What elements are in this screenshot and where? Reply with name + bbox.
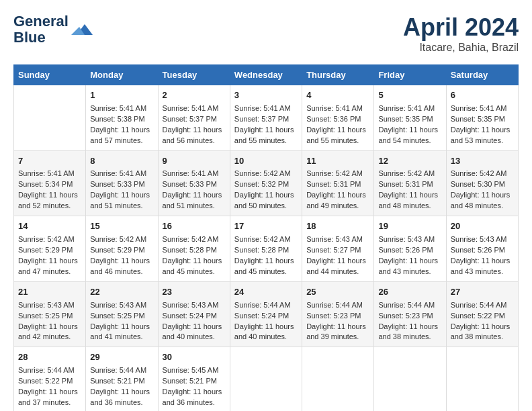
sunrise-text: Sunrise: 5:44 AM bbox=[234, 300, 298, 311]
daylight-text: Daylight: 11 hours and 54 minutes. bbox=[378, 125, 441, 146]
day-number: 15 bbox=[90, 220, 153, 233]
sunset-text: Sunset: 5:37 PM bbox=[234, 114, 298, 125]
sunset-text: Sunset: 5:33 PM bbox=[90, 179, 153, 190]
daylight-text: Daylight: 11 hours and 38 minutes. bbox=[378, 322, 441, 343]
title-section: April 2024 Itacare, Bahia, Brazil bbox=[403, 13, 519, 54]
column-header-tuesday: Tuesday bbox=[158, 65, 230, 85]
sunset-text: Sunset: 5:24 PM bbox=[234, 311, 298, 322]
calendar-cell: 28Sunrise: 5:44 AMSunset: 5:22 PMDayligh… bbox=[14, 347, 86, 411]
day-number: 9 bbox=[163, 155, 226, 168]
day-number: 6 bbox=[451, 89, 514, 102]
sunrise-text: Sunrise: 5:44 AM bbox=[306, 300, 369, 311]
calendar-cell: 6Sunrise: 5:41 AMSunset: 5:35 PMDaylight… bbox=[446, 85, 518, 151]
sunrise-text: Sunrise: 5:41 AM bbox=[378, 103, 441, 114]
sunrise-text: Sunrise: 5:43 AM bbox=[163, 300, 226, 311]
sunset-text: Sunset: 5:25 PM bbox=[90, 311, 153, 322]
calendar-week-2: 14Sunrise: 5:42 AMSunset: 5:29 PMDayligh… bbox=[14, 216, 519, 282]
day-number: 12 bbox=[378, 155, 441, 168]
column-header-thursday: Thursday bbox=[302, 65, 374, 85]
calendar-cell: 16Sunrise: 5:42 AMSunset: 5:28 PMDayligh… bbox=[158, 216, 230, 282]
daylight-text: Daylight: 11 hours and 49 minutes. bbox=[306, 190, 369, 212]
sunrise-text: Sunrise: 5:41 AM bbox=[163, 169, 226, 179]
sunrise-text: Sunrise: 5:41 AM bbox=[90, 169, 153, 179]
calendar-table: SundayMondayTuesdayWednesdayThursdayFrid… bbox=[13, 64, 519, 411]
calendar-header-row: SundayMondayTuesdayWednesdayThursdayFrid… bbox=[14, 65, 519, 85]
sunrise-text: Sunrise: 5:42 AM bbox=[234, 234, 298, 245]
calendar-week-1: 7Sunrise: 5:41 AMSunset: 5:34 PMDaylight… bbox=[14, 150, 519, 216]
calendar-cell: 8Sunrise: 5:41 AMSunset: 5:33 PMDaylight… bbox=[86, 150, 158, 216]
calendar-cell: 17Sunrise: 5:42 AMSunset: 5:28 PMDayligh… bbox=[230, 216, 302, 282]
daylight-text: Daylight: 11 hours and 43 minutes. bbox=[378, 256, 441, 277]
sunrise-text: Sunrise: 5:43 AM bbox=[378, 234, 441, 245]
sunset-text: Sunset: 5:36 PM bbox=[306, 114, 369, 125]
sunrise-text: Sunrise: 5:42 AM bbox=[234, 169, 298, 179]
day-number: 13 bbox=[451, 155, 514, 168]
sunset-text: Sunset: 5:29 PM bbox=[90, 245, 153, 256]
sunset-text: Sunset: 5:28 PM bbox=[234, 245, 298, 256]
day-number: 29 bbox=[90, 351, 153, 364]
calendar-cell: 4Sunrise: 5:41 AMSunset: 5:36 PMDaylight… bbox=[302, 85, 374, 151]
day-number: 8 bbox=[90, 155, 153, 168]
column-header-friday: Friday bbox=[374, 65, 446, 85]
day-number: 27 bbox=[451, 286, 514, 299]
calendar-cell: 21Sunrise: 5:43 AMSunset: 5:25 PMDayligh… bbox=[14, 281, 86, 347]
daylight-text: Daylight: 11 hours and 39 minutes. bbox=[306, 322, 369, 343]
calendar-cell: 10Sunrise: 5:42 AMSunset: 5:32 PMDayligh… bbox=[230, 150, 302, 216]
sunset-text: Sunset: 5:22 PM bbox=[451, 311, 514, 322]
daylight-text: Daylight: 11 hours and 55 minutes. bbox=[306, 125, 369, 146]
calendar-cell: 7Sunrise: 5:41 AMSunset: 5:34 PMDaylight… bbox=[14, 150, 86, 216]
calendar-cell bbox=[446, 347, 518, 411]
calendar-cell bbox=[230, 347, 302, 411]
page-header: General Blue April 2024 Itacare, Bahia, … bbox=[13, 13, 519, 54]
sunset-text: Sunset: 5:24 PM bbox=[163, 311, 226, 322]
sunrise-text: Sunrise: 5:41 AM bbox=[234, 103, 298, 114]
month-year: April 2024 bbox=[403, 13, 519, 42]
sunrise-text: Sunrise: 5:44 AM bbox=[451, 300, 514, 311]
sunrise-text: Sunrise: 5:42 AM bbox=[163, 234, 226, 245]
day-number: 28 bbox=[18, 351, 81, 364]
daylight-text: Daylight: 11 hours and 45 minutes. bbox=[234, 256, 298, 277]
sunset-text: Sunset: 5:28 PM bbox=[163, 245, 226, 256]
day-number: 1 bbox=[90, 89, 153, 102]
logo-icon bbox=[71, 19, 93, 40]
calendar-week-0: 1Sunrise: 5:41 AMSunset: 5:38 PMDaylight… bbox=[14, 85, 519, 151]
column-header-sunday: Sunday bbox=[14, 65, 86, 85]
daylight-text: Daylight: 11 hours and 40 minutes. bbox=[234, 322, 298, 343]
calendar-week-3: 21Sunrise: 5:43 AMSunset: 5:25 PMDayligh… bbox=[14, 281, 519, 347]
calendar-cell: 14Sunrise: 5:42 AMSunset: 5:29 PMDayligh… bbox=[14, 216, 86, 282]
calendar-cell: 12Sunrise: 5:42 AMSunset: 5:31 PMDayligh… bbox=[374, 150, 446, 216]
calendar-cell: 11Sunrise: 5:42 AMSunset: 5:31 PMDayligh… bbox=[302, 150, 374, 216]
daylight-text: Daylight: 11 hours and 55 minutes. bbox=[234, 125, 298, 146]
sunrise-text: Sunrise: 5:42 AM bbox=[378, 169, 441, 179]
column-header-wednesday: Wednesday bbox=[230, 65, 302, 85]
calendar-cell: 9Sunrise: 5:41 AMSunset: 5:33 PMDaylight… bbox=[158, 150, 230, 216]
sunrise-text: Sunrise: 5:45 AM bbox=[163, 365, 226, 376]
sunrise-text: Sunrise: 5:43 AM bbox=[90, 300, 153, 311]
sunset-text: Sunset: 5:21 PM bbox=[90, 376, 153, 387]
calendar-cell bbox=[14, 85, 86, 151]
day-number: 4 bbox=[306, 89, 369, 102]
calendar-cell: 24Sunrise: 5:44 AMSunset: 5:24 PMDayligh… bbox=[230, 281, 302, 347]
day-number: 20 bbox=[451, 220, 514, 233]
day-number: 21 bbox=[18, 286, 81, 299]
sunset-text: Sunset: 5:26 PM bbox=[378, 245, 441, 256]
location: Itacare, Bahia, Brazil bbox=[403, 42, 519, 54]
daylight-text: Daylight: 11 hours and 41 minutes. bbox=[90, 322, 153, 343]
sunrise-text: Sunrise: 5:42 AM bbox=[18, 234, 81, 245]
sunset-text: Sunset: 5:23 PM bbox=[378, 311, 441, 322]
daylight-text: Daylight: 11 hours and 43 minutes. bbox=[451, 256, 514, 277]
sunset-text: Sunset: 5:21 PM bbox=[163, 376, 226, 387]
daylight-text: Daylight: 11 hours and 38 minutes. bbox=[451, 322, 514, 343]
calendar-cell: 26Sunrise: 5:44 AMSunset: 5:23 PMDayligh… bbox=[374, 281, 446, 347]
sunset-text: Sunset: 5:23 PM bbox=[306, 311, 369, 322]
daylight-text: Daylight: 11 hours and 48 minutes. bbox=[378, 190, 441, 212]
sunset-text: Sunset: 5:38 PM bbox=[90, 114, 153, 125]
calendar-cell: 3Sunrise: 5:41 AMSunset: 5:37 PMDaylight… bbox=[230, 85, 302, 151]
daylight-text: Daylight: 11 hours and 44 minutes. bbox=[306, 256, 369, 277]
calendar-cell: 18Sunrise: 5:43 AMSunset: 5:27 PMDayligh… bbox=[302, 216, 374, 282]
calendar-cell: 1Sunrise: 5:41 AMSunset: 5:38 PMDaylight… bbox=[86, 85, 158, 151]
sunrise-text: Sunrise: 5:43 AM bbox=[451, 234, 514, 245]
day-number: 5 bbox=[378, 89, 441, 102]
sunrise-text: Sunrise: 5:44 AM bbox=[378, 300, 441, 311]
sunset-text: Sunset: 5:35 PM bbox=[451, 114, 514, 125]
